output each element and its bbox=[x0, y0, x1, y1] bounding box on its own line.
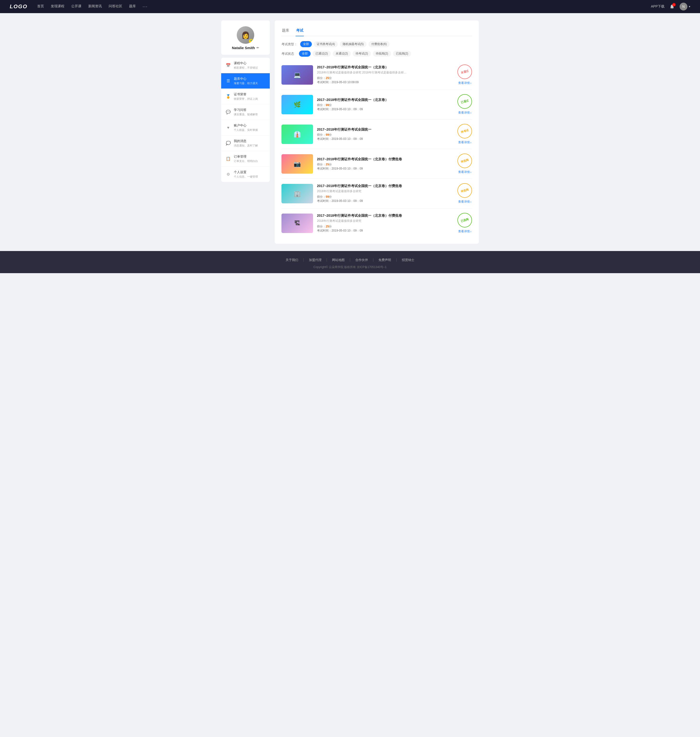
menu-title-qa: 学习问答 bbox=[234, 108, 265, 112]
sidebar-item-question-bank[interactable]: ☰ 题库中心 海量习题，助力通关 bbox=[221, 73, 270, 89]
exam-view-detail-1[interactable]: 查看详情 › bbox=[458, 111, 471, 115]
sidebar-menu: 📅 课程中心 精彩课程，不容错过 ☰ 题库中心 海量习题，助力通关 🏅 证书荣誉… bbox=[221, 57, 270, 182]
exam-thumb-0: 💻 bbox=[281, 65, 313, 85]
footer-link-1[interactable]: 加盟代理 bbox=[309, 258, 322, 262]
menu-subtitle-messages: 消息通知、及时了解 bbox=[234, 144, 265, 147]
menu-icon-orders: 📋 bbox=[225, 156, 231, 161]
exam-action-2: 待考试 查看详情 › bbox=[457, 124, 472, 144]
exam-desc-0: 2018年行测考试是最值得多去研究 2018年行测考试是最值得多去研究 2018… bbox=[317, 71, 409, 75]
exam-thumb-5: 🏗 bbox=[281, 214, 313, 233]
footer-link-2[interactable]: 网站地图 bbox=[332, 258, 345, 262]
menu-subtitle-question-bank: 海量习题，助力通关 bbox=[234, 81, 265, 85]
exam-time-5: 考试时间：2019-05-03 10：09：09 bbox=[317, 228, 453, 233]
exam-time-4: 考试时间：2019-05-03 10：09：09 bbox=[317, 199, 453, 203]
exam-action-3: 待批阅 查看详情 › bbox=[457, 153, 472, 174]
exam-meta-2: 得分：99分 bbox=[317, 133, 453, 137]
profile-avatar: 👩 🏅 bbox=[237, 26, 254, 44]
exam-item-exam-6: 🏗 2017–2018年行测证件考试全国统一（北京卷）付费批卷 2018年行测考… bbox=[281, 208, 472, 238]
exam-desc-4: 2018年行测考试是最值得多去研究 bbox=[317, 189, 409, 193]
profile-name-text: Natalie Smith bbox=[232, 46, 255, 50]
filter-type-tag-1[interactable]: 证书类考试(4) bbox=[314, 41, 338, 47]
filter-status-tag-0[interactable]: 全部 bbox=[299, 51, 310, 57]
nav-link-0[interactable]: 首页 bbox=[37, 4, 44, 9]
filter-status-tag-2[interactable]: 未通过(2) bbox=[333, 51, 351, 57]
question-bank-tab[interactable]: 题库 bbox=[281, 26, 290, 36]
sidebar-item-account[interactable]: ♥ 账户中心 个人权益、实时掌握 bbox=[221, 120, 270, 136]
menu-subtitle-account: 个人权益、实时掌握 bbox=[234, 128, 265, 132]
exam-time-3: 考试时间：2019-05-03 10：09：09 bbox=[317, 167, 453, 171]
exam-tab[interactable]: 考试 bbox=[296, 26, 304, 36]
footer-link-5[interactable]: 招贤纳士 bbox=[402, 258, 415, 262]
exam-info-3: 2017–2018年行测证件考试全国统一（北京卷）付费批卷 得分：25分 考试时… bbox=[317, 157, 453, 171]
menu-icon-messages: 💭 bbox=[225, 141, 231, 146]
filter-type-tag-0[interactable]: 全部 bbox=[300, 41, 312, 47]
filter-status-tag-5[interactable]: 已批阅(2) bbox=[393, 51, 411, 57]
sidebar-item-qa[interactable]: 💬 学习问答 课后重温、疑难解答 bbox=[221, 104, 270, 120]
exam-stamp-2: 待考试 bbox=[456, 122, 474, 140]
exam-score-4: 99 bbox=[326, 195, 329, 199]
exam-item-exam-3: 👔 2017–2018年行测证件考试全国统一 得分：99分 考试时间：2019-… bbox=[281, 119, 472, 149]
menu-icon-qa: 💬 bbox=[225, 110, 231, 114]
menu-title-certificates: 证书荣誉 bbox=[234, 92, 265, 97]
exam-meta-5: 得分：25分 bbox=[317, 224, 453, 228]
exam-score-0: 25 bbox=[326, 77, 329, 80]
filter-type-row: 考试类型： 全部证书类考试(4)随机抽题考试(5)付费批卷(6) bbox=[281, 41, 472, 47]
exam-score-label-4: 得分： bbox=[317, 195, 326, 199]
sidebar-item-certificates[interactable]: 🏅 证书荣誉 收获荣誉，持证上岗 bbox=[221, 89, 270, 104]
footer-link-3[interactable]: 合作伙伴 bbox=[355, 258, 368, 262]
menu-subtitle-qa: 课后重温、疑难解答 bbox=[234, 113, 265, 116]
sidebar-item-orders[interactable]: 📋 订单管理 订单支出、明明白白 bbox=[221, 151, 270, 167]
filter-status-tag-4[interactable]: 待批阅(2) bbox=[373, 51, 391, 57]
filter-type-tag-3[interactable]: 付费批卷(6) bbox=[369, 41, 390, 47]
avatar-badge-icon: 🏅 bbox=[249, 39, 253, 43]
footer-sep-1: | bbox=[303, 258, 304, 262]
exam-thumb-4: 🏢 bbox=[281, 184, 313, 203]
logo[interactable]: LOGO bbox=[10, 3, 28, 10]
exam-title-5: 2017–2018年行测证件考试全国统一（北京卷）付费批卷 bbox=[317, 214, 453, 218]
sidebar-item-messages[interactable]: 💭 我的消息 消息通知、及时了解 bbox=[221, 136, 270, 151]
menu-title-account: 账户中心 bbox=[234, 123, 265, 128]
exam-item-exam-2: 🌿 2017–2018年行测证件考试全国统一（北京卷） 得分：99分 考试时间：… bbox=[281, 90, 472, 119]
nav-link-3[interactable]: 新闻资讯 bbox=[88, 4, 102, 9]
exam-view-detail-4[interactable]: 查看详情 › bbox=[458, 200, 471, 204]
sidebar-profile: 👩 🏅 Natalie Smith ✏ bbox=[221, 21, 270, 55]
exam-view-detail-3[interactable]: 查看详情 › bbox=[458, 170, 471, 174]
user-avatar-menu[interactable]: N ▾ bbox=[679, 3, 690, 10]
navbar-right: APP下载 1 N ▾ bbox=[651, 3, 690, 10]
footer-sep-5: | bbox=[396, 258, 397, 262]
profile-edit-icon[interactable]: ✏ bbox=[256, 46, 259, 50]
filter-type-tag-2[interactable]: 随机抽题考试(5) bbox=[340, 41, 367, 47]
user-avatar: N bbox=[679, 3, 687, 10]
app-download-link[interactable]: APP下载 bbox=[651, 4, 665, 9]
menu-icon-certificates: 🏅 bbox=[225, 94, 231, 99]
nav-link-5[interactable]: 题库 bbox=[129, 4, 136, 9]
nav-links: 首页发现课程公开课新闻资讯问答社区题库··· bbox=[37, 4, 651, 9]
exam-action-4: 待批阅 查看详情 › bbox=[457, 183, 472, 204]
sidebar-item-course-center[interactable]: 📅 课程中心 精彩课程，不容错过 bbox=[221, 57, 270, 73]
footer-sep-4: | bbox=[373, 258, 374, 262]
exam-meta-4: 得分：99分 bbox=[317, 195, 453, 199]
filter-status-tag-1[interactable]: 已通过(2) bbox=[313, 51, 331, 57]
footer-link-0[interactable]: 关于我们 bbox=[285, 258, 298, 262]
exam-title-3: 2017–2018年行测证件考试全国统一（北京卷）付费批卷 bbox=[317, 157, 453, 162]
exam-info-1: 2017–2018年行测证件考试全国统一（北京卷） 得分：99分 考试时间：20… bbox=[317, 98, 453, 111]
nav-link-4[interactable]: 问答社区 bbox=[109, 4, 122, 9]
menu-subtitle-certificates: 收获荣誉，持证上岗 bbox=[234, 97, 265, 101]
nav-more-button[interactable]: ··· bbox=[143, 4, 148, 9]
exam-info-4: 2017–2018年行测证件考试全国统一（北京卷）付费批卷 2018年行测考试是… bbox=[317, 184, 453, 203]
footer-link-4[interactable]: 免费声明 bbox=[378, 258, 391, 262]
filter-status-row: 考试状态 全部已通过(2)未通过(2)待考试(2)待批阅(2)已批阅(2) bbox=[281, 51, 472, 57]
exam-view-detail-2[interactable]: 查看详情 › bbox=[458, 140, 471, 144]
exam-view-detail-0[interactable]: 查看详情 › bbox=[458, 81, 471, 85]
nav-link-2[interactable]: 公开课 bbox=[71, 4, 81, 9]
exam-action-0: 未通过 查看详情 › bbox=[457, 65, 472, 85]
nav-link-1[interactable]: 发现课程 bbox=[51, 4, 65, 9]
exam-thumb-1: 🌿 bbox=[281, 95, 313, 114]
filter-status-tag-3[interactable]: 待考试(2) bbox=[353, 51, 371, 57]
exam-title-4: 2017–2018年行测证件考试全国统一（北京卷）付费批卷 bbox=[317, 184, 453, 188]
menu-subtitle-orders: 订单支出、明明白白 bbox=[234, 159, 265, 163]
sidebar-item-settings[interactable]: ⚙ 个人设置 个人信息、一键管理 bbox=[221, 167, 270, 182]
notification-bell[interactable]: 1 bbox=[669, 4, 675, 9]
exam-view-detail-5[interactable]: 查看详情 › bbox=[458, 229, 471, 233]
exam-time-1: 考试时间：2019-05-03 10：09：09 bbox=[317, 107, 453, 111]
